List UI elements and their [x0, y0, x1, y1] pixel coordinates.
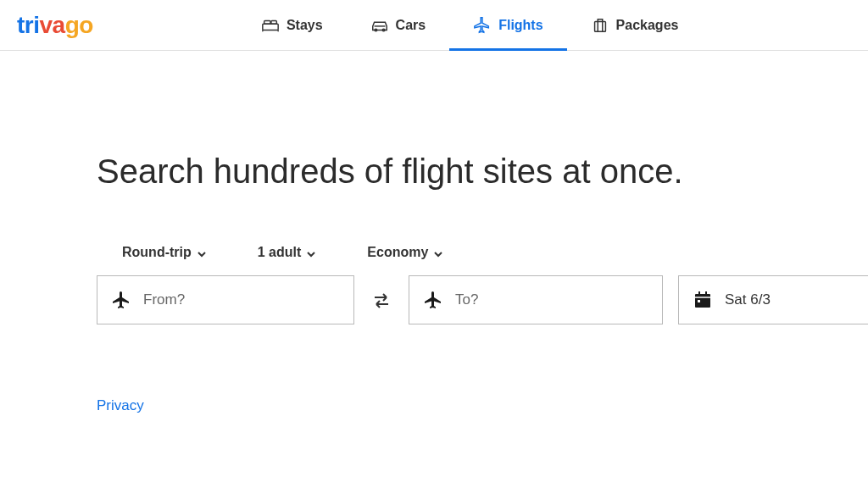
bed-icon	[261, 16, 280, 35]
from-input[interactable]	[143, 291, 340, 308]
chevron-down-icon	[433, 247, 443, 258]
nav-label: Flights	[498, 18, 542, 33]
trip-type-label: Round-trip	[122, 245, 192, 260]
main: Search hundreds of flight sites at once.…	[0, 51, 868, 414]
chevron-down-icon	[306, 247, 316, 258]
nav-flights[interactable]: Flights	[449, 0, 566, 50]
options-row: Round-trip 1 adult Economy	[122, 245, 868, 260]
nav-label: Packages	[616, 18, 679, 33]
svg-rect-9	[698, 300, 700, 302]
passengers-label: 1 adult	[258, 245, 302, 260]
nav-packages[interactable]: Packages	[567, 0, 703, 50]
car-icon	[370, 16, 389, 35]
cabin-class-selector[interactable]: Economy	[367, 245, 443, 260]
plane-icon	[473, 16, 492, 35]
nav-stays[interactable]: Stays	[237, 0, 347, 50]
plane-icon	[111, 290, 131, 310]
trip-type-selector[interactable]: Round-trip	[122, 245, 207, 260]
to-field[interactable]	[409, 275, 663, 324]
nav-label: Stays	[287, 18, 323, 33]
nav-label: Cars	[396, 18, 426, 33]
cabin-class-label: Economy	[367, 245, 428, 260]
chevron-down-icon	[197, 247, 207, 258]
calendar-icon	[693, 290, 713, 310]
svg-rect-5	[594, 21, 605, 31]
search-row: Sat 6/3	[97, 275, 868, 324]
logo-part-2: va	[40, 12, 65, 38]
date-value: Sat 6/3	[725, 291, 771, 308]
svg-rect-8	[705, 291, 707, 296]
from-field[interactable]	[97, 275, 354, 324]
page-headline: Search hundreds of flight sites at once.	[97, 152, 868, 191]
svg-rect-0	[263, 24, 278, 30]
privacy-link[interactable]: Privacy	[97, 397, 868, 414]
svg-rect-7	[698, 291, 700, 296]
logo[interactable]: trivago	[17, 12, 93, 39]
logo-part-3: go	[65, 12, 93, 38]
suitcase-icon	[591, 16, 609, 35]
logo-part-1: tri	[17, 12, 40, 38]
swap-button[interactable]	[370, 288, 393, 312]
to-input[interactable]	[455, 291, 648, 308]
header: trivago Stays Cars Flights Packages	[0, 0, 868, 51]
svg-rect-1	[264, 20, 270, 24]
plane-icon	[423, 290, 443, 310]
svg-rect-6	[695, 294, 710, 308]
svg-rect-2	[271, 20, 276, 24]
passengers-selector[interactable]: 1 adult	[258, 245, 317, 260]
nav: Stays Cars Flights Packages	[237, 0, 703, 50]
date-field[interactable]: Sat 6/3	[678, 275, 868, 324]
nav-cars[interactable]: Cars	[347, 0, 450, 50]
